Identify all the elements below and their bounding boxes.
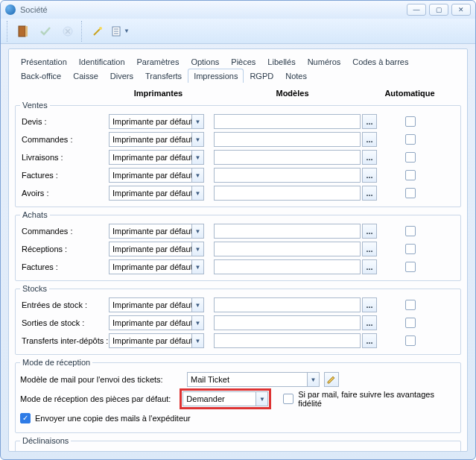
printer-value: Imprimante par défaut [112,336,193,345]
browse-model-button[interactable]: ... [362,132,377,147]
model-field[interactable] [214,333,361,348]
cancel-button[interactable] [57,21,78,42]
wizard-button[interactable] [87,21,108,42]
tab-divers[interactable]: Divers [104,69,139,83]
browse-model-button[interactable]: ... [362,114,377,129]
tab-notes[interactable]: Notes [279,69,313,83]
model-field[interactable] [214,132,361,147]
exit-button[interactable] [13,21,34,42]
model-field[interactable] [214,297,361,312]
auto-checkbox[interactable] [405,300,416,310]
printer-combo[interactable]: Imprimante par défaut▼ [109,114,204,129]
printer-combo[interactable]: Imprimante par défaut▼ [109,242,204,256]
model-field[interactable] [214,186,361,201]
browse-model-button[interactable]: ... [362,242,377,256]
section-mode-reception: Mode de réception Modèle de mail pour l'… [15,358,461,433]
auto-checkbox[interactable] [405,244,416,254]
reception-mode-label: Mode de réception des pièces par défaut: [20,394,178,403]
close-button[interactable]: ✕ [451,4,471,16]
model-field[interactable] [214,168,361,183]
forward-fidelity-checkbox[interactable] [283,394,293,404]
confirm-button[interactable] [35,21,56,42]
browse-model-button[interactable]: ... [362,168,377,183]
tab-options[interactable]: Options [185,54,225,69]
tab-impressions[interactable]: Impressions [188,69,244,83]
chevron-down-icon: ▼ [191,186,203,200]
model-field[interactable] [214,315,361,330]
tab-caisse[interactable]: Caisse [67,69,104,83]
model-field[interactable] [214,224,361,239]
column-headers: Imprimantes Modèles Automatique [15,86,461,99]
printer-combo[interactable]: Imprimante par défaut▼ [109,333,204,348]
printer-row: Commandes :Imprimante par défaut▼... [20,222,456,240]
browse-model-button[interactable]: ... [362,150,377,165]
auto-checkbox[interactable] [405,335,416,346]
legend-mode: Mode de réception [20,358,92,367]
toolbar: ▼ [1,19,475,44]
browse-model-button[interactable]: ... [362,186,377,201]
model-field[interactable] [214,150,361,165]
browse-model-button[interactable]: ... [362,333,377,348]
tab-back-office[interactable]: Back-office [15,69,67,83]
printer-value: Imprimante par défaut [112,135,193,144]
minimize-button[interactable]: — [407,4,426,16]
printer-combo[interactable]: Imprimante par défaut▼ [109,186,204,201]
browse-model-button[interactable]: ... [362,315,377,330]
printer-value: Imprimante par défaut [112,117,193,126]
browse-model-button[interactable]: ... [362,259,377,274]
printer-value: Imprimante par défaut [112,153,193,162]
printer-combo[interactable]: Imprimante par défaut▼ [109,315,204,330]
printer-combo[interactable]: Imprimante par défaut▼ [109,224,204,239]
printer-row: Devis :Imprimante par défaut▼... [20,113,456,130]
reception-mode-dropdown[interactable]: Demander ▼ [183,391,268,406]
mail-model-dropdown[interactable]: Mail Ticket ▼ [187,372,320,387]
printer-combo[interactable]: Imprimante par défaut▼ [109,150,204,165]
printer-combo[interactable]: Imprimante par défaut▼ [109,259,204,274]
chevron-down-icon: ▼ [307,373,319,386]
chevron-down-icon: ▼ [191,151,203,164]
row-label: Devis : [20,117,109,126]
model-field[interactable] [214,259,361,274]
auto-checkbox[interactable] [405,262,416,272]
check-icon [39,25,51,37]
auto-checkbox[interactable] [405,226,416,236]
model-field[interactable] [214,242,361,256]
chevron-down-icon: ▼ [191,260,203,274]
section-stocks: Stocks Entrées de stock :Imprimante par … [15,284,461,355]
row-label: Sorties de stock : [20,318,109,327]
auto-checkbox[interactable] [405,188,416,198]
forward-fidelity-label: Si par mail, faire suivre les avantages … [298,390,456,408]
tab-pi-ces[interactable]: Pièces [225,54,261,69]
tab-identification[interactable]: Identification [73,54,131,69]
chevron-down-icon: ▼ [191,242,203,256]
printer-combo[interactable]: Imprimante par défaut▼ [109,132,204,147]
tab-bar: PrésentationIdentificationParamètresOpti… [15,54,461,82]
document-menu-button[interactable]: ▼ [110,21,130,42]
tab-transferts[interactable]: Transferts [139,69,188,83]
printer-combo[interactable]: Imprimante par défaut▼ [109,168,204,183]
send-copy-label: Envoyer une copie des mails à l'expédite… [35,414,191,423]
auto-checkbox[interactable] [405,170,416,180]
auto-checkbox[interactable] [405,318,416,328]
send-copy-checkbox[interactable] [20,413,31,423]
browse-model-button[interactable]: ... [362,224,377,239]
tab-libell-s[interactable]: Libellés [261,54,301,69]
tab-rgpd[interactable]: RGPD [244,69,279,83]
model-field[interactable] [214,114,361,129]
printer-combo[interactable]: Imprimante par défaut▼ [109,297,204,312]
tab-codes-barres[interactable]: Codes à barres [346,54,414,69]
auto-checkbox[interactable] [405,116,416,127]
mail-model-label: Modèle de mail pour l'envoi des tickets: [20,375,183,384]
printer-value: Imprimante par défaut [112,262,193,271]
auto-checkbox[interactable] [405,134,416,145]
edit-mail-model-button[interactable] [324,372,339,387]
auto-checkbox[interactable] [405,152,416,163]
door-icon [16,25,30,38]
browse-model-button[interactable]: ... [362,297,377,312]
window-title: Société [20,5,404,14]
tab-param-tres[interactable]: Paramètres [131,54,185,69]
maximize-button[interactable]: ▢ [429,4,448,16]
chevron-down-icon: ▼ [191,133,203,146]
tab-num-ros[interactable]: Numéros [302,54,347,69]
tab-pr-sentation[interactable]: Présentation [15,54,73,69]
